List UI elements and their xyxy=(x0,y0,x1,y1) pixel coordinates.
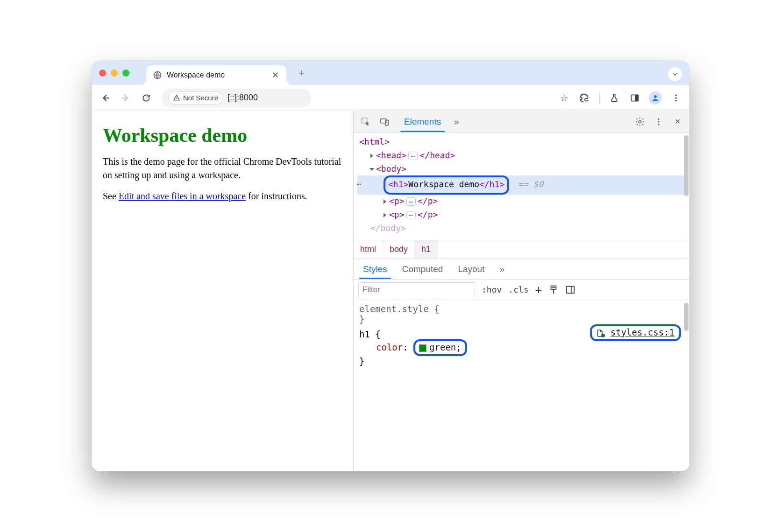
hov-toggle[interactable]: :hov xyxy=(482,285,502,294)
p2-prefix: See xyxy=(103,191,119,201)
svg-rect-9 xyxy=(385,120,388,125)
crumb-html[interactable]: html xyxy=(354,240,383,259)
subtab-layout[interactable]: Layout xyxy=(450,259,492,279)
elements-tree[interactable]: <html> <head>⋯</head> <body> ⋯ <h1>Works… xyxy=(354,133,689,240)
chevron-right-icon[interactable] xyxy=(370,154,373,158)
css-value[interactable]: green xyxy=(429,342,456,352)
side-panel-icon[interactable] xyxy=(626,89,644,107)
tab-search-button[interactable] xyxy=(668,67,682,81)
svg-point-5 xyxy=(675,97,676,98)
workspace-tutorial-link[interactable]: Edit and save files in a workspace xyxy=(119,191,246,201)
browser-tab[interactable]: Workspace demo ✕ xyxy=(146,65,286,85)
devtools-toolbar: Elements » ✕ xyxy=(354,111,689,133)
kebab-menu-icon[interactable] xyxy=(667,89,685,107)
highlight-h1: <h1>Workspace demo</h1> xyxy=(383,175,509,195)
tree-row-body[interactable]: <body> xyxy=(357,162,686,176)
page-paragraph-1: This is the demo page for the official C… xyxy=(103,155,342,182)
svg-point-3 xyxy=(654,95,657,98)
chevron-right-icon[interactable] xyxy=(383,199,386,204)
crumb-body[interactable]: body xyxy=(383,240,415,259)
labs-icon[interactable] xyxy=(605,89,623,107)
styles-subpanel: Styles Computed Layout » :hov .cls + xyxy=(354,259,689,471)
close-devtools-icon[interactable]: ✕ xyxy=(669,113,686,130)
chevron-right-icon[interactable] xyxy=(383,213,386,217)
dom-breadcrumb: html body h1 xyxy=(354,240,689,259)
elements-scrollbar[interactable] xyxy=(683,135,689,229)
reload-button[interactable] xyxy=(137,89,155,107)
close-tab-button[interactable]: ✕ xyxy=(270,69,281,81)
subtab-styles[interactable]: Styles xyxy=(355,259,395,279)
minimize-window-button[interactable] xyxy=(111,70,118,77)
devtools-tabstrip: Elements » xyxy=(398,111,466,132)
svg-point-13 xyxy=(658,124,659,125)
p2-suffix: for instructions. xyxy=(246,191,307,201)
security-chip[interactable]: Not Secure xyxy=(168,91,223,105)
paint-flash-icon[interactable] xyxy=(548,285,559,295)
ellipsis-badge[interactable]: ⋯ xyxy=(406,197,416,206)
styles-subtabs: Styles Computed Layout » xyxy=(354,259,689,280)
tree-row-html[interactable]: <html> xyxy=(357,135,686,149)
close-window-button[interactable] xyxy=(99,70,106,77)
highlight-color-value: green; xyxy=(413,339,467,356)
gear-icon[interactable] xyxy=(632,113,648,130)
rendered-page: Workspace demo This is the demo page for… xyxy=(92,111,353,471)
styles-scrollbar[interactable] xyxy=(683,300,689,471)
address-bar[interactable]: Not Secure [::]:8000 xyxy=(162,89,311,107)
svg-point-12 xyxy=(658,121,659,122)
chevron-down-icon[interactable] xyxy=(369,168,374,171)
ellipsis-badge[interactable]: ⋯ xyxy=(406,211,416,219)
devtools-kebab-icon[interactable] xyxy=(650,113,667,130)
styles-rules[interactable]: element.style { } h1 { color: green; } xyxy=(354,300,689,471)
ellipsis-badge[interactable]: ⋯ xyxy=(408,152,418,160)
tree-row-p2[interactable]: <p>⋯</p> xyxy=(357,208,686,222)
page-heading: Workspace demo xyxy=(103,124,342,147)
window-controls xyxy=(97,70,133,77)
inspect-element-icon[interactable] xyxy=(357,113,374,130)
crumb-h1[interactable]: h1 xyxy=(415,240,438,259)
profile-avatar[interactable] xyxy=(646,89,664,107)
svg-point-4 xyxy=(675,94,676,96)
globe-icon xyxy=(153,70,162,80)
gutter-ellipsis-icon[interactable]: ⋯ xyxy=(356,178,361,190)
console-ref: == $0 xyxy=(518,179,543,189)
color-swatch-icon[interactable] xyxy=(419,344,426,352)
chrome-window: Workspace demo ✕ ＋ Not Secure [::]:8000 … xyxy=(92,61,689,471)
styles-filter-input[interactable] xyxy=(358,282,475,297)
styles-toolbar: :hov .cls + xyxy=(354,280,689,300)
url-text: [::]:8000 xyxy=(227,93,258,103)
svg-rect-15 xyxy=(567,286,575,293)
back-button[interactable] xyxy=(96,89,114,107)
tree-row-head[interactable]: <head>⋯</head> xyxy=(357,149,686,162)
page-paragraph-2: See Edit and save files in a workspace f… xyxy=(103,189,342,203)
svg-point-6 xyxy=(675,100,676,101)
tree-row-h1-selected[interactable]: ⋯ <h1>Workspace demo</h1> == $0 xyxy=(357,175,686,195)
svg-point-16 xyxy=(601,334,605,337)
content-area: Workspace demo This is the demo page for… xyxy=(92,111,689,471)
computed-panel-toggle-icon[interactable] xyxy=(565,285,575,295)
tree-row-p1[interactable]: <p>⋯</p> xyxy=(357,195,686,208)
tab-elements[interactable]: Elements xyxy=(398,111,447,132)
tree-row-body-close[interactable]: </body> xyxy=(357,222,686,235)
rule-element-style[interactable]: element.style { } xyxy=(359,304,684,324)
new-style-rule-icon[interactable]: + xyxy=(535,283,542,296)
rule-source-link[interactable]: styles.css:1 xyxy=(590,324,681,341)
css-property[interactable]: color xyxy=(376,342,403,352)
security-label: Not Secure xyxy=(183,94,218,102)
subtab-overflow-icon[interactable]: » xyxy=(492,259,512,279)
new-tab-button[interactable]: ＋ xyxy=(294,65,310,81)
source-file-link[interactable]: styles.css:1 xyxy=(611,327,674,337)
tab-strip: Workspace demo ✕ ＋ xyxy=(92,61,689,85)
subtab-computed[interactable]: Computed xyxy=(395,259,451,279)
svg-rect-2 xyxy=(635,95,639,101)
bookmark-star-icon[interactable]: ☆ xyxy=(555,92,573,104)
toolbar-divider xyxy=(599,92,600,104)
cls-toggle[interactable]: .cls xyxy=(508,285,528,294)
svg-point-10 xyxy=(639,120,641,123)
maximize-window-button[interactable] xyxy=(122,70,129,77)
forward-button[interactable] xyxy=(117,89,135,107)
extensions-icon[interactable] xyxy=(576,89,594,107)
svg-point-11 xyxy=(658,118,659,119)
tab-overflow-icon[interactable]: » xyxy=(447,111,466,132)
browser-toolbar: Not Secure [::]:8000 ☆ xyxy=(92,85,689,111)
device-toggle-icon[interactable] xyxy=(376,113,393,130)
